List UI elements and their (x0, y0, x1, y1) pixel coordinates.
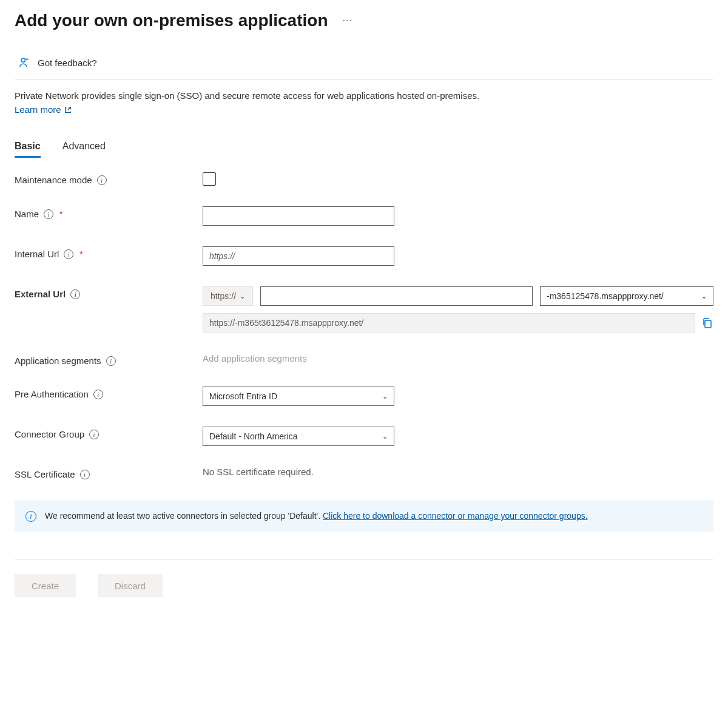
add-app-segments-link[interactable]: Add application segments (203, 353, 307, 363)
create-button[interactable]: Create (15, 574, 76, 597)
connectors-info-banner: i We recommend at least two active conne… (15, 500, 713, 532)
info-icon[interactable]: i (44, 209, 53, 219)
name-label: Name (15, 209, 39, 219)
banner-text: We recommend at least two active connect… (45, 511, 323, 521)
name-input[interactable] (203, 206, 394, 226)
chevron-down-icon: ⌄ (701, 292, 707, 300)
svg-rect-1 (705, 320, 711, 328)
external-url-subdomain-input[interactable] (260, 286, 533, 306)
info-icon: i (25, 511, 36, 522)
more-actions-button[interactable]: ··· (343, 15, 352, 26)
internal-url-input[interactable] (203, 246, 394, 266)
required-indicator: * (59, 209, 62, 219)
external-url-full-readonly: https://-m365t36125478.msappproxy.net/ (203, 313, 695, 333)
maintenance-mode-checkbox[interactable] (203, 172, 216, 186)
info-icon[interactable]: i (80, 470, 90, 479)
pre-auth-select[interactable]: Microsoft Entra ID ⌄ (203, 387, 394, 406)
chevron-down-icon: ⌄ (240, 292, 245, 300)
page-title: Add your own on-premises application (15, 11, 328, 30)
external-url-protocol-select[interactable]: https:// ⌄ (203, 286, 253, 306)
connector-group-label: Connector Group (15, 429, 84, 439)
connector-group-select[interactable]: Default - North America ⌄ (203, 427, 394, 446)
copy-icon[interactable] (701, 317, 713, 329)
manage-connectors-link[interactable]: Click here to download a connector or ma… (323, 511, 588, 521)
tab-basic[interactable]: Basic (15, 137, 41, 158)
chevron-down-icon: ⌄ (382, 433, 388, 441)
info-icon[interactable]: i (93, 390, 103, 399)
internal-url-label: Internal Url (15, 249, 59, 259)
app-segments-label: Application segments (15, 356, 101, 366)
info-icon[interactable]: i (70, 289, 80, 299)
required-indicator: * (79, 249, 83, 259)
external-url-suffix-select[interactable]: -m365125478.msappproxy.net/ ⌄ (540, 286, 713, 306)
info-icon[interactable]: i (97, 175, 107, 185)
maintenance-mode-label: Maintenance mode (15, 175, 92, 185)
description-text: Private Network provides single sign-on … (15, 89, 713, 103)
external-url-label: External Url (15, 289, 66, 299)
info-icon[interactable]: i (89, 430, 99, 439)
info-icon[interactable]: i (64, 249, 73, 259)
pre-auth-label: Pre Authentication (15, 389, 89, 399)
learn-more-link[interactable]: Learn more (15, 103, 72, 117)
tabs: Basic Advanced (15, 137, 713, 158)
feedback-label: Got feedback? (38, 58, 97, 68)
discard-button[interactable]: Discard (98, 574, 163, 597)
ssl-cert-value: No SSL certificate required. (203, 467, 314, 477)
svg-point-0 (21, 58, 25, 62)
info-icon[interactable]: i (106, 356, 116, 366)
footer-separator (15, 559, 713, 559)
ssl-cert-label: SSL Certificate (15, 469, 75, 479)
external-link-icon (64, 106, 72, 114)
feedback-icon (18, 56, 32, 69)
feedback-link[interactable]: Got feedback? (15, 47, 713, 79)
tab-advanced[interactable]: Advanced (62, 137, 106, 158)
chevron-down-icon: ⌄ (382, 393, 388, 400)
